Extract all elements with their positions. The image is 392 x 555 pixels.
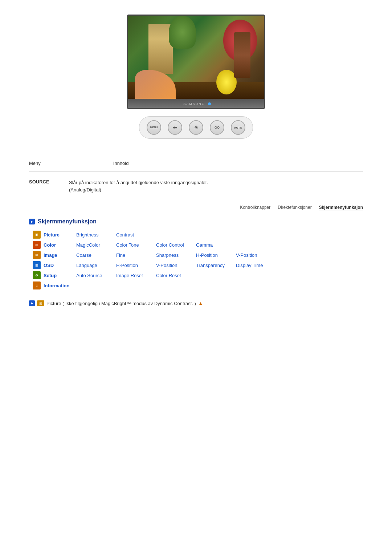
skjerm-section-icon (29, 219, 35, 224)
setup-menu-name[interactable]: Setup (44, 273, 76, 278)
table-column-headers: Meny Innhold (29, 161, 363, 166)
information-menu-name[interactable]: Information (44, 283, 76, 288)
tab-skjermmenyfunksjon[interactable]: Skjermmenyfunksjon (319, 204, 363, 211)
note-icon-img (37, 300, 44, 306)
source-label: SOURCE (29, 179, 58, 185)
coarse-link[interactable]: Coarse (76, 252, 116, 258)
color-menu-name[interactable]: Color (44, 242, 76, 248)
color-icon: ◎ (33, 241, 41, 249)
menu-grid: ▣ Picture Brightness Contrast ◎ Color Ma… (33, 231, 363, 289)
warning-icon: ▲ (198, 300, 203, 306)
picture-menu-name[interactable]: Picture (44, 232, 76, 238)
go-button[interactable]: GO (210, 120, 224, 135)
image-menu-name[interactable]: Image (44, 252, 76, 258)
skjerm-header: Skjermmenyfunksjon (29, 218, 363, 225)
menu-row-color: ◎ Color MagicColor Color Tone Color Cont… (33, 241, 363, 249)
power-indicator (208, 102, 211, 105)
col-menu-header: Meny (29, 161, 41, 166)
tab-direktefunksjoner[interactable]: Direktefunksjoner (278, 204, 311, 211)
osd-icon: ▦ (33, 261, 41, 269)
osd-sub-items: Language H-Position V-Position Transpare… (76, 263, 276, 268)
vposition-image-link[interactable]: V-Position (236, 252, 276, 258)
col-content-header: Innhold (113, 161, 129, 166)
language-link[interactable]: Language (76, 263, 116, 268)
displaytime-link[interactable]: Display Time (236, 263, 276, 268)
setup-sub-items: Auto Source Image Reset Color Reset (76, 273, 196, 278)
menu-button[interactable]: MENU (147, 120, 161, 135)
button-panel: MENU ⬅ ☀ GO AUTO (139, 116, 253, 139)
gamma-link[interactable]: Gamma (196, 242, 236, 248)
picture-icon: ▣ (33, 231, 41, 239)
brightness-button[interactable]: ☀ (189, 120, 203, 135)
table-section: Meny Innhold SOURCE Slår på indikatoren … (29, 161, 363, 193)
image-sub-items: Coarse Fine Sharpness H-Position V-Posit… (76, 252, 276, 258)
information-icon: ℹ (33, 281, 41, 289)
transparency-link[interactable]: Transparency (196, 263, 236, 268)
auto-button[interactable]: AUTO (231, 120, 245, 135)
hposition-image-link[interactable]: H-Position (196, 252, 236, 258)
menu-row-picture: ▣ Picture Brightness Contrast (33, 231, 363, 239)
colorcontrol-link[interactable]: Color Control (156, 242, 196, 248)
bottom-note-text: Picture ( Ikke tilgjengelig i MagicBrigh… (46, 301, 196, 306)
sharpness-link[interactable]: Sharpness (156, 252, 196, 258)
back-button[interactable]: ⬅ (168, 120, 182, 135)
image-icon: ⊞ (33, 251, 41, 259)
imagereset-link[interactable]: Image Reset (116, 273, 156, 278)
source-description: Slår på indikatoren for å angi det gjeld… (69, 179, 208, 193)
magiccolor-link[interactable]: MagicColor (76, 242, 116, 248)
menu-row-information: ℹ Information (33, 281, 363, 289)
osd-menu-name[interactable]: OSD (44, 263, 76, 268)
vposition-osd-link[interactable]: V-Position (156, 263, 196, 268)
menu-row-osd: ▦ OSD Language H-Position V-Position Tra… (33, 261, 363, 269)
skjerm-section: Skjermmenyfunksjon ▣ Picture Brightness … (29, 218, 363, 289)
skjerm-title: Skjermmenyfunksjon (38, 218, 97, 225)
monitor-frame: SAMSUNG (127, 15, 265, 109)
menu-row-image: ⊞ Image Coarse Fine Sharpness H-Position… (33, 251, 363, 259)
brightness-link[interactable]: Brightness (76, 232, 116, 238)
fine-link[interactable]: Fine (116, 252, 156, 258)
button-panel-inner: MENU ⬅ ☀ GO AUTO (139, 116, 253, 139)
colorreset-link[interactable]: Color Reset (156, 273, 196, 278)
monitor-section: SAMSUNG MENU ⬅ ☀ GO AUTO (29, 15, 363, 139)
setup-icon: ⚙ (33, 271, 41, 279)
monitor-screen (128, 16, 264, 99)
picture-sub-items: Brightness Contrast (76, 232, 156, 238)
autosource-link[interactable]: Auto Source (76, 273, 116, 278)
samsung-logo: SAMSUNG (183, 102, 205, 106)
tab-kontrollknapper[interactable]: Kontrollknapper (240, 204, 270, 211)
menu-row-setup: ⚙ Setup Auto Source Image Reset Color Re… (33, 271, 363, 279)
colortone-link[interactable]: Color Tone (116, 242, 156, 248)
contrast-link[interactable]: Contrast (116, 232, 156, 238)
hposition-osd-link[interactable]: H-Position (116, 263, 156, 268)
nav-tabs: Kontrollknapper Direktefunksjoner Skjerm… (29, 204, 363, 211)
color-sub-items: MagicColor Color Tone Color Control Gamm… (76, 242, 236, 248)
bottom-note: Picture ( Ikke tilgjengelig i MagicBrigh… (29, 300, 363, 306)
monitor-bottom: SAMSUNG (128, 99, 265, 109)
note-icon-blue (29, 300, 35, 306)
source-row: SOURCE Slår på indikatoren for å angi de… (29, 179, 363, 193)
